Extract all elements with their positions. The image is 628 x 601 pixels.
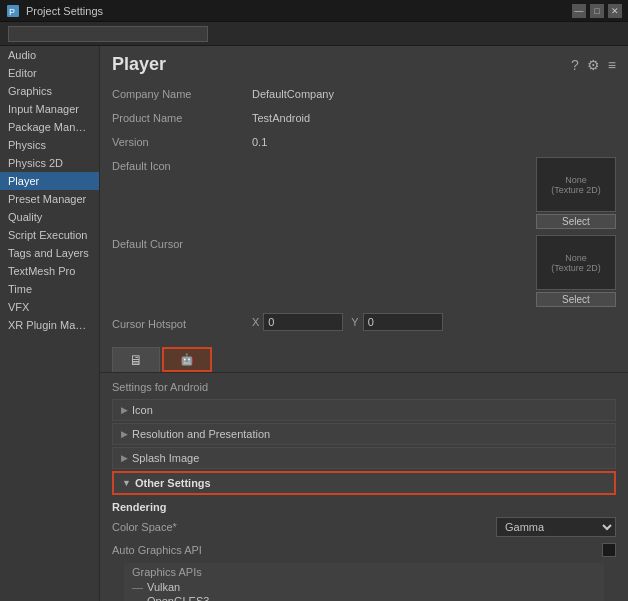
hotspot-x: X [252,313,343,331]
rendering-section-title: Rendering [112,501,616,513]
sidebar-item-audio[interactable]: Audio [0,46,99,64]
sidebar-item-quality[interactable]: Quality [0,208,99,226]
api-item-vulkan: — Vulkan [132,580,596,594]
content-area: Player ? ⚙ ≡ Company Name DefaultCompany… [100,46,628,601]
accordion-other-settings-header[interactable]: ▼ Other Settings [112,471,616,495]
accordion-resolution-label: Resolution and Presentation [132,428,270,440]
cursor-hotspot-label: Cursor Hotspot [112,315,252,330]
search-bar [0,22,628,46]
sidebar-item-package-manager[interactable]: Package Manag... [0,118,99,136]
monitor-icon: 🖥 [129,352,143,368]
version-value: 0.1 [252,133,267,148]
hotspot-inputs: X Y [252,313,443,331]
sidebar-item-textmesh-pro[interactable]: TextMesh Pro [0,262,99,280]
page-title: Player [112,54,166,75]
graphics-apis-container: Graphics APIs — Vulkan — OpenGLES3 [124,563,604,601]
accordion-other-settings-label: Other Settings [135,477,211,489]
accordion-splash-arrow: ▶ [121,453,128,463]
graphics-apis-label: Graphics APIs [132,566,596,578]
auto-graphics-api-checkbox[interactable] [602,543,616,557]
sidebar-item-time[interactable]: Time [0,280,99,298]
accordion-resolution-header[interactable]: ▶ Resolution and Presentation [112,423,616,445]
accordion-resolution: ▶ Resolution and Presentation [112,423,616,445]
overflow-icon[interactable]: ≡ [608,57,616,73]
accordion-resolution-arrow: ▶ [121,429,128,439]
accordion-icon-arrow: ▶ [121,405,128,415]
opengles3-dash: — [132,595,143,601]
settings-form: Company Name DefaultCompany Product Name… [100,81,628,343]
default-icon-texture: None (Texture 2D) [536,157,616,212]
default-cursor-label: Default Cursor [112,235,252,250]
sidebar-item-input-manager[interactable]: Input Manager [0,100,99,118]
help-icon[interactable]: ? [571,57,579,73]
accordion-icon: ▶ Icon [112,399,616,421]
auto-graphics-api-row: Auto Graphics API [112,540,616,560]
accordion-icon-label: Icon [132,404,153,416]
sidebar-item-vfx[interactable]: VFX [0,298,99,316]
default-cursor-texture: None (Texture 2D) [536,235,616,290]
sidebar-item-xr-plugin[interactable]: XR Plugin Manag... [0,316,99,334]
hotspot-x-input[interactable] [263,313,343,331]
hotspot-y-input[interactable] [363,313,443,331]
company-name-row: Company Name DefaultCompany [112,85,616,105]
platform-tab-android[interactable]: 🤖 [162,347,212,372]
version-row: Version 0.1 [112,133,616,153]
sidebar-item-preset-manager[interactable]: Preset Manager [0,190,99,208]
maximize-button[interactable]: □ [590,4,604,18]
title-bar-controls: — □ ✕ [572,4,622,18]
opengles3-label: OpenGLES3 [147,595,209,601]
minimize-button[interactable]: — [572,4,586,18]
color-space-label: Color Space* [112,521,496,533]
sidebar-item-graphics[interactable]: Graphics [0,82,99,100]
company-name-value: DefaultCompany [252,85,334,100]
company-name-label: Company Name [112,85,252,100]
product-name-row: Product Name TestAndroid [112,109,616,129]
settings-for-android-header: Settings for Android [100,377,628,397]
product-name-value: TestAndroid [252,109,310,124]
default-cursor-texture-label: None (Texture 2D) [551,253,601,273]
svg-text:P: P [9,7,15,17]
settings-icon[interactable]: ⚙ [587,57,600,73]
color-space-dropdown[interactable]: Gamma Linear [496,517,616,537]
vulkan-dash: — [132,581,143,593]
accordion-other-settings-arrow: ▼ [122,478,131,488]
accordion-icon-header[interactable]: ▶ Icon [112,399,616,421]
title-bar-text: Project Settings [26,5,566,17]
default-icon-label: Default Icon [112,157,252,172]
graphics-apis-section: Graphics APIs — Vulkan — OpenGLES3 [112,563,616,601]
accordion-splash: ▶ Splash Image [112,447,616,469]
sidebar-item-script-execution[interactable]: Script Execution [0,226,99,244]
api-item-opengles3: — OpenGLES3 [132,594,596,601]
header-icons: ? ⚙ ≡ [571,57,616,73]
title-bar: P Project Settings — □ ✕ [0,0,628,22]
main-layout: Audio Editor Graphics Input Manager Pack… [0,46,628,601]
platform-tab-monitor[interactable]: 🖥 [112,347,160,372]
product-name-label: Product Name [112,109,252,124]
default-cursor-select-button[interactable]: Select [536,292,616,307]
rendering-content: Rendering Color Space* Gamma Linear Auto… [100,497,628,601]
color-space-row: Color Space* Gamma Linear [112,517,616,537]
close-button[interactable]: ✕ [608,4,622,18]
accordion-splash-header[interactable]: ▶ Splash Image [112,447,616,469]
vulkan-label: Vulkan [147,581,180,593]
android-icon: 🤖 [180,353,194,366]
version-label: Version [112,133,252,148]
cursor-hotspot-row: Cursor Hotspot X Y [112,313,616,331]
app-icon: P [6,4,20,18]
sidebar-item-physics-2d[interactable]: Physics 2D [0,154,99,172]
sidebar-item-editor[interactable]: Editor [0,64,99,82]
default-icon-select-button[interactable]: Select [536,214,616,229]
auto-graphics-api-label: Auto Graphics API [112,544,602,556]
sidebar: Audio Editor Graphics Input Manager Pack… [0,46,100,601]
sidebar-item-physics[interactable]: Physics [0,136,99,154]
accordion-other-settings: ▼ Other Settings [112,471,616,495]
hotspot-y: Y [351,313,442,331]
platform-tabs: 🖥 🤖 [100,343,628,373]
sidebar-item-tags-and-layers[interactable]: Tags and Layers [0,244,99,262]
search-input[interactable] [8,26,208,42]
accordion-splash-label: Splash Image [132,452,199,464]
sidebar-item-player[interactable]: Player [0,172,99,190]
player-header: Player ? ⚙ ≡ [100,46,628,81]
y-label: Y [351,316,358,328]
default-icon-texture-label: None (Texture 2D) [551,175,601,195]
